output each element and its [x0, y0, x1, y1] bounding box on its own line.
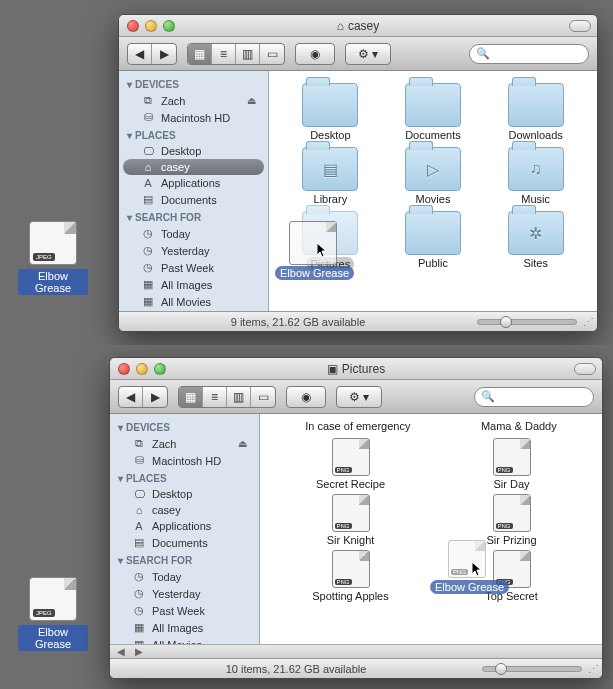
file-secret-recipe[interactable]: Secret Recipe [301, 438, 401, 490]
disclosure-icon[interactable]: ▾ [118, 422, 123, 433]
sidebar-place-documents[interactable]: ▤Documents [123, 191, 264, 208]
quicklook-button[interactable]: ◉ [295, 43, 335, 65]
folder-icon [406, 84, 460, 126]
sidebar-place-documents[interactable]: ▤Documents [114, 534, 255, 551]
resize-handle[interactable]: ⋰ [588, 664, 600, 676]
sidebar-place-applications[interactable]: AApplications [123, 175, 264, 191]
sidebar-device-macintosh-hd[interactable]: ⛁Macintosh HD [114, 452, 255, 469]
folder-pictures[interactable]: Pictures [280, 211, 380, 273]
toolbar-toggle-button[interactable] [569, 20, 591, 32]
toolbar-toggle-button[interactable] [574, 363, 596, 375]
png-icon [332, 550, 370, 588]
desktop-file-label: Elbow Grease [18, 269, 88, 295]
coverflow-view-button[interactable]: ▭ [260, 44, 284, 64]
zoom-button[interactable] [154, 363, 166, 375]
home-icon: ⌂ [132, 504, 146, 516]
jpeg-icon: JPEG [29, 221, 77, 265]
resize-handle[interactable]: ⋰ [583, 317, 595, 329]
folder-public[interactable]: Public [383, 211, 483, 273]
window-title: ▣Pictures [110, 362, 602, 376]
coverflow-view-button[interactable]: ▭ [251, 387, 275, 407]
list-view-button[interactable]: ≡ [212, 44, 236, 64]
applications-icon: A [132, 520, 146, 532]
smart-icon: ▦ [141, 295, 155, 308]
folder-downloads[interactable]: Downloads [486, 83, 586, 141]
forward-button[interactable]: ▶ [143, 387, 167, 407]
action-menu-button[interactable]: ⚙ ▾ [345, 43, 391, 65]
titlebar[interactable]: ⌂casey [119, 15, 597, 37]
sidebar-search-yesterday[interactable]: ◷Yesterday [114, 585, 255, 602]
sidebar-search-past-week[interactable]: ◷Past Week [123, 259, 264, 276]
sidebar-places-header: ▾PLACES [119, 126, 268, 143]
file-sir-day[interactable]: Sir Day [462, 438, 562, 490]
action-menu-button[interactable]: ⚙ ▾ [336, 386, 382, 408]
content-text-row: In case of emergency Mama & Daddy [270, 420, 592, 438]
item-label[interactable]: In case of emergency [305, 420, 410, 432]
sidebar-place-desktop[interactable]: 🖵Desktop [114, 486, 255, 502]
eject-icon[interactable]: ⏏ [247, 95, 256, 106]
sidebar-search-all-movies[interactable]: ▦All Movies [123, 293, 264, 310]
home-icon: ⌂ [141, 161, 155, 173]
sidebar-search-past-week[interactable]: ◷Past Week [114, 602, 255, 619]
horizontal-scrollbar[interactable]: ◀ ▶ [110, 644, 602, 658]
list-view-button[interactable]: ≡ [203, 387, 227, 407]
sidebar-place-casey[interactable]: ⌂casey [123, 159, 264, 175]
disclosure-icon[interactable]: ▾ [127, 212, 132, 223]
minimize-button[interactable] [145, 20, 157, 32]
desktop-file[interactable]: JPEG Elbow Grease [18, 221, 88, 295]
desktop-icon: 🖵 [141, 145, 155, 157]
folder-desktop[interactable]: Desktop [280, 83, 380, 141]
sidebar-search-today[interactable]: ◷Today [114, 568, 255, 585]
column-view-button[interactable]: ▥ [236, 44, 260, 64]
file-sir-prizing[interactable]: Sir Prizing [462, 494, 562, 546]
forward-button[interactable]: ▶ [152, 44, 176, 64]
sidebar-device-macintosh-hd[interactable]: ⛁Macintosh HD [123, 109, 264, 126]
sidebar-search-all-movies[interactable]: ▦All Movies [114, 636, 255, 644]
folder-movies[interactable]: ▷Movies [383, 147, 483, 205]
sidebar-device-zach[interactable]: ⧉Zach⏏ [123, 92, 264, 109]
eject-icon[interactable]: ⏏ [238, 438, 247, 449]
folder-music[interactable]: ♫Music [486, 147, 586, 205]
titlebar[interactable]: ▣Pictures [110, 358, 602, 380]
quicklook-button[interactable]: ◉ [286, 386, 326, 408]
zoom-button[interactable] [163, 20, 175, 32]
sidebar-device-zach[interactable]: ⧉Zach⏏ [114, 435, 255, 452]
icon-size-slider[interactable] [482, 666, 582, 672]
minimize-button[interactable] [136, 363, 148, 375]
folder-documents[interactable]: Documents [383, 83, 483, 141]
icon-size-slider[interactable] [477, 319, 577, 325]
disclosure-icon[interactable]: ▾ [127, 79, 132, 90]
file-spotting-apples[interactable]: Spotting Apples [301, 550, 401, 602]
folder-library[interactable]: ▤Library [280, 147, 380, 205]
close-button[interactable] [127, 20, 139, 32]
sidebar-search-yesterday[interactable]: ◷Yesterday [123, 242, 264, 259]
sidebar-place-desktop[interactable]: 🖵Desktop [123, 143, 264, 159]
desktop-file[interactable]: JPEG Elbow Grease [18, 577, 88, 651]
search-field[interactable]: 🔍 [474, 387, 594, 407]
scroll-left-button[interactable]: ◀ [114, 646, 128, 657]
sidebar-place-applications[interactable]: AApplications [114, 518, 255, 534]
icon-view-button[interactable]: ▦ [179, 387, 203, 407]
documents-icon: ▤ [141, 193, 155, 206]
folder-sites[interactable]: ✲Sites [486, 211, 586, 273]
png-icon [332, 494, 370, 532]
close-button[interactable] [118, 363, 130, 375]
back-button[interactable]: ◀ [119, 387, 143, 407]
icon-view-button[interactable]: ▦ [188, 44, 212, 64]
sidebar-search-today[interactable]: ◷Today [123, 225, 264, 242]
sidebar-search-all-images[interactable]: ▦All Images [114, 619, 255, 636]
content-area[interactable]: Desktop Documents Downloads ▤Library ▷Mo… [269, 71, 597, 311]
disclosure-icon[interactable]: ▾ [118, 473, 123, 484]
disclosure-icon[interactable]: ▾ [118, 555, 123, 566]
content-area[interactable]: In case of emergency Mama & Daddy Secret… [260, 414, 602, 644]
search-field[interactable]: 🔍 [469, 44, 589, 64]
item-label[interactable]: Mama & Daddy [481, 420, 557, 432]
file-sir-knight[interactable]: Sir Knight [301, 494, 401, 546]
sidebar-search-all-images[interactable]: ▦All Images [123, 276, 264, 293]
column-view-button[interactable]: ▥ [227, 387, 251, 407]
scroll-right-button[interactable]: ▶ [132, 646, 146, 657]
back-button[interactable]: ◀ [128, 44, 152, 64]
sidebar-place-casey[interactable]: ⌂casey [114, 502, 255, 518]
disclosure-icon[interactable]: ▾ [127, 130, 132, 141]
window-title: ⌂casey [119, 19, 597, 33]
